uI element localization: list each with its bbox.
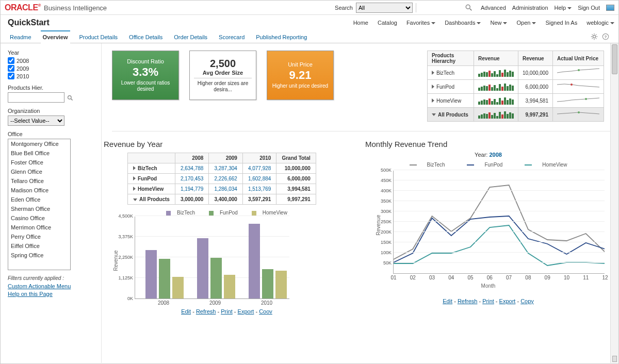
svg-point-0 (466, 5, 470, 9)
expand-icon[interactable] (432, 71, 434, 75)
nav-new[interactable]: New (490, 20, 507, 26)
tab-scorecard[interactable]: Scorecard (217, 30, 247, 43)
nav-dashboards[interactable]: Dashboards (445, 20, 481, 26)
section-title: Monthly Revenue Trend (365, 140, 611, 148)
nav-row: QuickStart Home Catalog Favorites Dashbo… (1, 15, 618, 30)
caret-down-icon (567, 7, 572, 9)
revenue-bar-chart: Revenue 0K1,125K2,250K3,375K4,500K200820… (135, 217, 289, 299)
search-label: Search (335, 5, 353, 11)
nav-open[interactable]: Open (516, 20, 536, 26)
app-grid-icon[interactable] (606, 5, 614, 11)
search-input[interactable] (416, 3, 462, 12)
advanced-link[interactable]: Advanced (481, 5, 506, 11)
copy-link[interactable]: Coov (259, 308, 272, 315)
products-hier-input[interactable] (8, 92, 64, 103)
tab-product-details[interactable]: Product Details (77, 30, 120, 43)
search-icon[interactable] (67, 95, 74, 102)
table-row[interactable]: BizTech10,000,000 (427, 66, 604, 80)
office-item[interactable]: Madison Office (8, 186, 70, 195)
expand-icon[interactable] (432, 98, 434, 103)
signout-link[interactable]: Sign Out (578, 5, 600, 11)
nav-home[interactable]: Home (353, 20, 368, 26)
collapse-icon[interactable] (133, 198, 137, 201)
office-item[interactable]: Eiffel Office (8, 241, 70, 251)
office-item[interactable]: Blue Bell Office (8, 148, 70, 158)
edit-link[interactable]: Edit (443, 298, 452, 304)
svg-point-9 (585, 98, 587, 100)
administration-link[interactable]: Administration (512, 5, 548, 11)
search-scope-select[interactable]: All (356, 3, 413, 13)
avg-order-tile: 2,500 Avg Order Size Higher order sizes … (189, 51, 256, 100)
help-icon[interactable]: ? (602, 33, 609, 40)
sparkline-line (557, 95, 599, 105)
user-menu[interactable]: weblogic (587, 20, 614, 26)
caret-down-icon (431, 22, 435, 24)
organization-select[interactable]: --Select Value-- (8, 115, 64, 126)
filter-sidebar: Year 2008 2009 2010 Products Hier. Organ… (1, 43, 101, 363)
expand-icon[interactable] (133, 176, 136, 180)
tab-readme[interactable]: Readme (8, 30, 34, 43)
print-link[interactable]: Print (221, 308, 233, 315)
year-2009-checkbox[interactable] (8, 65, 14, 72)
office-item[interactable]: Eden Office (8, 195, 70, 204)
table-row[interactable]: BizTech2,634,7883,287,3044,077,92810,000… (128, 163, 316, 174)
nav-favorites[interactable]: Favorites (406, 20, 435, 26)
tab-overview[interactable]: Overview (41, 30, 70, 43)
table-row-total[interactable]: All Products9,997,291 (427, 108, 604, 122)
office-item[interactable]: Casino Office (8, 213, 70, 223)
export-link[interactable]: Export (238, 308, 254, 315)
tab-office-details[interactable]: Office Details (127, 30, 165, 43)
office-item[interactable]: Glenn Office (8, 167, 70, 176)
table-row-total[interactable]: All Products3,000,0003,400,0003,597,2919… (128, 194, 316, 205)
table-row[interactable]: FunPod6,000,000 (427, 80, 604, 94)
gear-icon[interactable] (591, 33, 598, 40)
office-item[interactable]: Sherman Office (8, 204, 70, 213)
tab-toolbar: ? (591, 30, 611, 43)
print-link[interactable]: Print (482, 298, 494, 304)
expand-icon[interactable] (133, 187, 136, 191)
tab-order-details[interactable]: Order Details (172, 30, 209, 43)
office-item[interactable]: Perry Office (8, 232, 70, 241)
help-on-page-link[interactable]: Help on this Page (8, 291, 94, 297)
table-row[interactable]: HomeView3,994,581 (427, 94, 604, 108)
office-item[interactable]: Tellaro Office (8, 176, 70, 186)
custom-actionable-menu-link[interactable]: Custom Actionable Menu (8, 283, 94, 289)
copy-link[interactable]: Copy (520, 298, 534, 304)
tab-published-reporting[interactable]: Published Reporting (254, 30, 309, 43)
office-item[interactable]: Foster Office (8, 158, 70, 167)
svg-point-8 (571, 84, 573, 86)
svg-line-1 (470, 8, 472, 10)
office-listbox[interactable]: Montgomery Office Blue Bell Office Foste… (8, 139, 71, 270)
trend-year-selector: Year: 2008 (365, 152, 611, 158)
svg-point-7 (578, 69, 580, 71)
svg-point-2 (593, 35, 595, 38)
table-row[interactable]: FunPod2,170,4532,226,6621,602,8846,000,0… (128, 174, 316, 184)
expand-icon[interactable] (432, 85, 434, 89)
year-2010-checkbox[interactable] (8, 73, 14, 79)
scrollbar-thumb[interactable] (612, 44, 617, 74)
refresh-link[interactable]: Refresh (196, 308, 216, 315)
office-item[interactable]: Montgomery Office (8, 139, 70, 148)
edit-link[interactable]: Edit (181, 308, 191, 315)
nav-catalog[interactable]: Catalog (378, 20, 397, 26)
chart-footer-links: Edit - Refresh - Print - Export - Coov (104, 308, 350, 315)
caret-down-icon (532, 22, 536, 24)
help-menu[interactable]: Help (555, 5, 572, 11)
expand-icon[interactable] (133, 166, 136, 170)
office-item[interactable]: Spring Office (8, 251, 70, 260)
collapse-icon[interactable] (432, 113, 436, 116)
office-item[interactable]: Merrimon Office (8, 223, 70, 232)
scroll-down-icon[interactable] (612, 356, 617, 362)
discount-ratio-tile: Discount Ratio 3.3% Lower discount ratio… (112, 51, 179, 100)
sparkline-bars (478, 69, 514, 77)
table-row[interactable]: HomeView1,194,7791,286,0341,513,7693,994… (128, 184, 316, 194)
brand-name: ORACLE® (5, 3, 41, 12)
export-link[interactable]: Export (499, 298, 516, 304)
vertical-scrollbar[interactable] (610, 43, 618, 363)
search-icon[interactable] (465, 4, 473, 11)
revenue-by-year-section: Revenue by Year 200820092010Grand Total … (104, 135, 350, 315)
year-2008-checkbox[interactable] (8, 57, 14, 64)
sparkline-bars (478, 82, 514, 91)
signed-in-label: Signed In As (545, 20, 577, 26)
refresh-link[interactable]: Refresh (458, 298, 478, 304)
